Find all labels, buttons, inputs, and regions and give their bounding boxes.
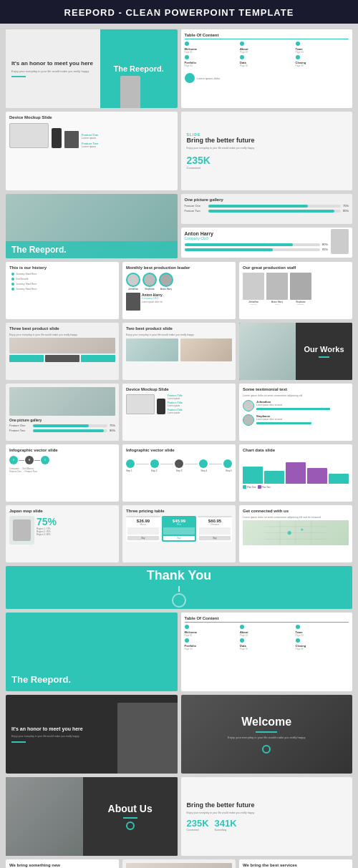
slide-japan-map: Japan map slide 75% Region 1: 71% Region…: [6, 505, 119, 562]
slide-gallery: One picture gallery Feature One 75% Feat…: [181, 194, 353, 224]
intro-person-img: [120, 76, 140, 108]
pricing-pro-btn[interactable]: Buy: [163, 536, 195, 540]
about-img-overlay: [6, 777, 83, 856]
future-number: 235K: [187, 155, 211, 166]
slide-intro: It's an honor to meet you here Enjoy you…: [6, 29, 178, 108]
toc-dot-5: [240, 55, 244, 59]
pricing-pro-name: Pro: [163, 523, 195, 526]
device2-title: Device Mockup Slide: [126, 387, 232, 391]
row-13: We bring something new Garage Lorem ipsu…: [6, 859, 352, 868]
staff-title: Our great production staff: [243, 265, 349, 270]
toc2-item-3: Team Page 03: [296, 625, 349, 637]
profile-track-1: [185, 243, 320, 246]
gallery-pct-2: 95%: [343, 209, 349, 213]
1gallery-title: One picture gallery: [9, 418, 115, 422]
testimonial-title: Some testimonial text: [243, 387, 349, 391]
pricing-ultimate-btn[interactable]: Buy: [199, 536, 231, 540]
timeline-event-4: Journey Start Here: [16, 288, 37, 291]
phone-icon: [52, 128, 62, 148]
future2-num-1: 235K: [187, 818, 209, 829]
welcome-circle: [262, 745, 271, 754]
device-mockup-group: Feature One Lorem ipsum Feature Two Lore…: [9, 123, 174, 148]
inf-line-4: [209, 464, 222, 464]
staff-photos-row: Johnathan Director Anton Harry CEO Steph…: [243, 273, 349, 306]
t-avatar-1: [243, 400, 254, 411]
leader-3: Anton Harry: [159, 273, 173, 291]
legend-1: Plan One: [243, 485, 256, 489]
gallery-fill-2: [208, 210, 334, 213]
legend-2: Plan Two: [258, 485, 271, 489]
future2-title: Bring the better future: [187, 801, 347, 809]
honor-desc: Enjoy your everyday in your life would m…: [11, 735, 172, 738]
toc-dot-1: [185, 42, 189, 46]
gallery-fill-1: [208, 205, 308, 208]
device2-features-list: Feature Title Lorem ipsum Feature Title …: [168, 394, 232, 414]
row-4: This is our history Journey Start Here G…: [6, 262, 352, 319]
2product-img-1: [126, 338, 178, 361]
leader-main-title: Company CEO: [142, 297, 232, 300]
pricing-basic-btn[interactable]: Buy: [127, 536, 159, 540]
toc-item-4: Portfolio Page 04: [185, 55, 238, 67]
hero-row-1: It's an honor to meet you here Enjoy you…: [6, 29, 352, 108]
sup-arrow-2: [34, 460, 40, 461]
sup-circle-3: C: [41, 456, 49, 464]
inf-step-5: [223, 459, 232, 468]
staff-1: Johnathan Director: [243, 273, 264, 306]
thankyou-line: [178, 586, 180, 592]
toc2-row-2: Portfolio Page 04 Data Page 05 Closing P…: [185, 638, 349, 650]
toc2-title: Table Of Content: [185, 616, 349, 623]
slide-production-leader: Monthly best production leader Johnathan…: [122, 262, 236, 319]
toc2-item-5: Data Page 05: [240, 638, 294, 650]
toc2-dot-1: [185, 625, 189, 629]
future2-stats: 235K Connected 341K Something: [187, 818, 347, 832]
gallery-title: One picture gallery: [185, 198, 349, 202]
chart-bar-5: [329, 474, 349, 484]
leader-faces-row: Johnathan Stephanie Anton Harry: [126, 273, 232, 291]
timeline-event-3: Journey Start Here: [16, 283, 37, 286]
toc2-dot-5: [240, 638, 244, 643]
slide-toc: Table Of Content Welcome Page 01 About P…: [181, 29, 353, 108]
slide-testimonial: Some testimonial text Lorem ipsum dolor …: [239, 384, 352, 441]
future-desc: Enjoy your everyday in your life would m…: [187, 147, 347, 150]
sup-arrow-1: [19, 460, 24, 461]
chart-bar-3: [286, 462, 306, 484]
row-5: Three best product slide Enjoy your ever…: [6, 323, 352, 380]
inf-step-2: [150, 459, 159, 468]
bestservices-title: We bring the best services: [243, 863, 349, 867]
profile-name: Anton Harry: [185, 231, 329, 236]
honor-accent: [11, 741, 26, 743]
chart-title: Chart data slide: [243, 448, 349, 452]
tablet-icon: [64, 131, 79, 148]
row-6: One picture gallery Feature One 75% Feat…: [6, 384, 352, 441]
toc2-item-6: Closing Page 06: [296, 638, 349, 650]
slide-welcome-hero: Welcome Enjoy your everyday in your life…: [181, 695, 353, 774]
profile-fill-1: [185, 243, 294, 246]
svg-point-6: [288, 531, 291, 535]
chart-legend: Plan One Plan Two: [243, 485, 349, 489]
leader-name-3: Anton Harry: [159, 288, 173, 291]
device-features: Feature One Lorem ipsum Feature Two Lore…: [82, 133, 174, 148]
timeline-dot-1: [11, 273, 14, 275]
about-us-title: About Us: [108, 803, 153, 814]
slide-honor-dark: It's an honor to meet you here Enjoy you…: [6, 695, 178, 774]
profile-fill-2: [185, 248, 273, 251]
right-stack: One picture gallery Feature One 75% Feat…: [181, 194, 353, 258]
toc-dot-6: [296, 55, 300, 59]
profile-bars: 80% 65%: [185, 243, 329, 251]
slides-container: It's an honor to meet you here Enjoy you…: [0, 24, 358, 868]
2product-title: Two best product slide: [126, 326, 232, 331]
timeline-item-3: Journey Start Here: [11, 283, 115, 286]
profile-bar-2: 65%: [185, 248, 329, 251]
inf-step-1: [126, 459, 135, 468]
timeline-item-2: Get Benefit: [11, 278, 115, 281]
staff-role-2: CEO: [266, 303, 288, 306]
about-us-line: [123, 817, 137, 819]
pricing-cards-row: $26.99 Basic Buy $45.99 Pro Buy $60.95 U…: [126, 516, 232, 542]
future2-num-2: 341K: [215, 818, 237, 829]
toc-row-1: Welcome Page 01 About Page 02 Team Page …: [185, 42, 349, 54]
row-3: The Reepord. One picture gallery Feature…: [6, 194, 352, 258]
1gallery-bar-1: Feature One 75%: [9, 424, 115, 427]
device2-phone: [157, 399, 165, 414]
3product-title: Three best product slide: [9, 326, 115, 331]
3product-img: [9, 338, 115, 353]
